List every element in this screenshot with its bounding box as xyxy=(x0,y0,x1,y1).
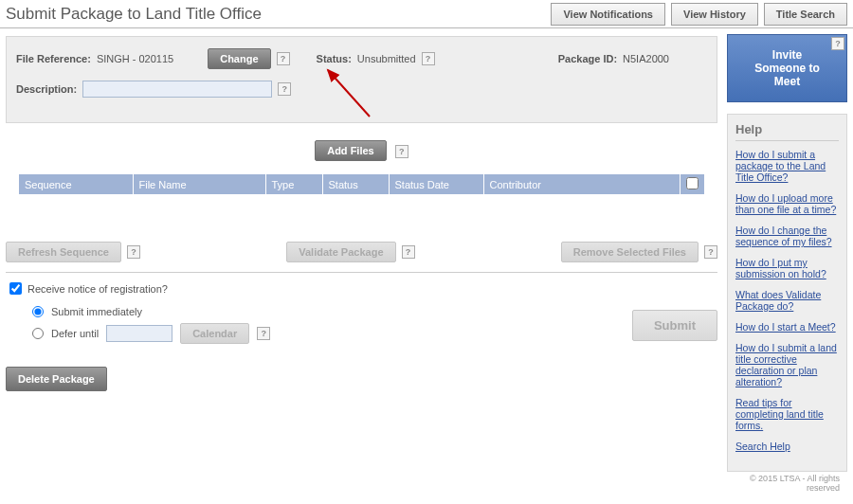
invite-meet-button[interactable]: ? Invite Someone to Meet xyxy=(727,34,847,102)
defer-until-radio[interactable] xyxy=(32,328,44,339)
select-all-checkbox[interactable] xyxy=(686,177,699,189)
change-button[interactable]: Change xyxy=(208,48,270,69)
help-link[interactable]: How do I start a Meet? xyxy=(735,321,839,333)
package-id-label: Package ID: xyxy=(558,53,617,64)
help-title: Help xyxy=(735,122,839,141)
page-title: Submit Package to Land Title Office xyxy=(6,5,262,24)
add-files-button[interactable]: Add Files xyxy=(315,140,387,161)
help-link[interactable]: How do I submit a land title corrective … xyxy=(735,342,839,387)
help-icon[interactable]: ? xyxy=(704,245,717,259)
help-link[interactable]: How do I change the sequence of my files… xyxy=(735,225,839,247)
remove-selected-files-button[interactable]: Remove Selected Files xyxy=(561,242,699,262)
title-search-button[interactable]: Title Search xyxy=(764,3,847,26)
delete-package-button[interactable]: Delete Package xyxy=(6,367,107,391)
header-buttons: View Notifications View History Title Se… xyxy=(551,3,847,26)
help-icon[interactable]: ? xyxy=(257,327,270,340)
submit-immediately-radio[interactable] xyxy=(32,306,44,317)
help-icon[interactable]: ? xyxy=(831,37,844,50)
status-value: Unsubmitted xyxy=(357,53,416,64)
help-link[interactable]: How do I submit a package to the Land Ti… xyxy=(735,149,839,183)
invite-line2: Someone to xyxy=(734,62,841,75)
receive-notice-label: Receive notice of registration? xyxy=(27,283,168,295)
col-file-name: File Name xyxy=(133,174,265,194)
help-link[interactable]: Search Help xyxy=(735,441,839,452)
validate-package-button[interactable]: Validate Package xyxy=(286,242,395,262)
help-link[interactable]: How do I put my submission on hold? xyxy=(735,257,839,279)
help-icon[interactable]: ? xyxy=(278,82,291,96)
help-panel: Help How do I submit a package to the La… xyxy=(727,114,847,472)
description-label: Description: xyxy=(16,83,77,95)
help-icon[interactable]: ? xyxy=(127,245,140,259)
view-notifications-button[interactable]: View Notifications xyxy=(551,3,665,26)
col-contributor: Contributor xyxy=(483,174,681,194)
status-label: Status: xyxy=(317,53,352,64)
package-id-value: N5IA2000 xyxy=(623,53,669,64)
help-link[interactable]: What does Validate Package do? xyxy=(735,289,839,312)
footer-copyright: © 2015 LTSA - All rights reserved xyxy=(727,472,847,495)
receive-notice-checkbox[interactable] xyxy=(9,282,22,295)
col-status-date: Status Date xyxy=(389,174,483,194)
package-info-box: File Reference: SINGH - 020115 Change ? … xyxy=(6,36,717,123)
col-sequence: Sequence xyxy=(19,174,133,194)
defer-until-label: Defer until xyxy=(51,328,99,339)
invite-line3: Meet xyxy=(734,75,841,88)
help-icon[interactable]: ? xyxy=(395,145,408,158)
page-header: Submit Package to Land Title Office View… xyxy=(0,0,853,28)
submit-button[interactable]: Submit xyxy=(632,310,717,341)
view-history-button[interactable]: View History xyxy=(671,3,758,26)
submit-immediately-label: Submit immediately xyxy=(51,306,142,317)
files-table: Sequence File Name Type Status Status Da… xyxy=(19,174,704,194)
help-icon[interactable]: ? xyxy=(422,52,435,65)
file-reference-label: File Reference: xyxy=(16,53,91,64)
col-select-all xyxy=(681,174,705,194)
help-icon[interactable]: ? xyxy=(402,245,415,259)
file-reference-value: SINGH - 020115 xyxy=(97,53,173,64)
invite-line1: Invite xyxy=(734,48,841,62)
help-icon[interactable]: ? xyxy=(277,52,290,65)
refresh-sequence-button[interactable]: Refresh Sequence xyxy=(6,242,121,262)
col-status: Status xyxy=(322,174,389,194)
defer-date-input[interactable] xyxy=(106,325,172,342)
description-input[interactable] xyxy=(82,81,272,98)
calendar-button[interactable]: Calendar xyxy=(180,323,249,344)
help-link[interactable]: Read tips for completing land title form… xyxy=(735,397,839,431)
col-type: Type xyxy=(265,174,322,194)
help-link[interactable]: How do I upload more than one file at a … xyxy=(735,192,839,215)
